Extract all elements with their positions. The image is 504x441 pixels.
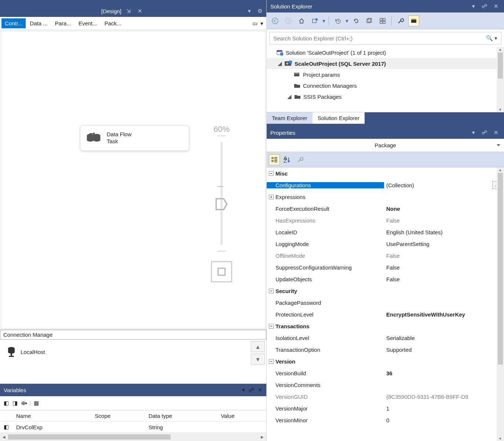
- col-value[interactable]: Value: [217, 411, 266, 422]
- prop-forceexecutionresult[interactable]: ForceExecutionResultNone: [267, 203, 504, 214]
- property-pages-button[interactable]: [295, 154, 306, 165]
- pin-icon[interactable]: ⇲: [124, 8, 133, 14]
- connection-localhost[interactable]: LocalHost: [7, 346, 45, 357]
- show-all-button[interactable]: [377, 15, 388, 26]
- gear-icon[interactable]: ⚙: [256, 8, 264, 14]
- prop-versioncomments[interactable]: VersionComments: [267, 379, 504, 391]
- collapse-icon[interactable]: −: [269, 289, 274, 293]
- prop-configurations[interactable]: Configurations(Collection)…: [267, 179, 504, 191]
- tab-control-flow[interactable]: Contr...: [1, 18, 26, 28]
- prop-packagepassword[interactable]: PackagePassword: [267, 297, 504, 308]
- prop-localeid[interactable]: LocaleIDEnglish (United States): [267, 226, 504, 238]
- add-variable-button[interactable]: ◧: [3, 400, 10, 406]
- tree-packages[interactable]: ◢ SSIS Packages: [267, 91, 504, 102]
- grid-options-button[interactable]: ▦: [33, 400, 40, 406]
- se-dropdown-icon[interactable]: ▾: [470, 3, 477, 10]
- prop-updateobjects[interactable]: UpdateObjectsFalse: [267, 273, 504, 285]
- dropdown-icon[interactable]: ▾: [246, 8, 253, 14]
- variables-dropdown-icon[interactable]: ▾: [242, 387, 245, 393]
- scroll-left-icon[interactable]: ◂: [0, 433, 8, 441]
- props-pin-icon[interactable]: ☍: [480, 129, 489, 136]
- prop-versionguid[interactable]: VersionGUID{8C3590DD-9331-47B6-B9FF-D9: [267, 391, 504, 402]
- move-variable-button[interactable]: ⟴: [21, 400, 27, 406]
- props-vscroll[interactable]: ▴▾: [497, 167, 504, 441]
- var-value[interactable]: [217, 422, 266, 433]
- zoom-thumb[interactable]: [215, 198, 228, 210]
- tab-event-handlers[interactable]: Event...: [75, 18, 101, 28]
- search-icon[interactable]: 🔍 ▾: [486, 35, 497, 41]
- prop-transactionoption[interactable]: TransactionOptionSupported: [267, 344, 504, 355]
- svg-rect-29: [289, 61, 292, 64]
- collapse-icon[interactable]: −: [269, 324, 274, 329]
- tab-parameters[interactable]: Para...: [52, 18, 74, 28]
- scroll-right-icon[interactable]: ▸: [258, 433, 266, 441]
- property-object-selector[interactable]: Package: [267, 139, 504, 152]
- category-security[interactable]: −Security: [267, 285, 504, 297]
- home-button[interactable]: [296, 15, 307, 26]
- solution-tree[interactable]: Solution 'ScaleOutProject' (1 of 1 proje…: [267, 47, 504, 112]
- categorize-button[interactable]: [269, 154, 280, 165]
- solution-explorer-search[interactable]: Search Solution Explorer (Ctrl+;) 🔍 ▾: [269, 32, 501, 44]
- variables-close-icon[interactable]: ✕: [258, 387, 263, 393]
- zoom-slider[interactable]: [220, 142, 223, 245]
- tree-params[interactable]: Project.params: [267, 69, 504, 80]
- tab-package-explorer[interactable]: Pack...: [101, 18, 125, 28]
- collapse-icon[interactable]: −: [269, 171, 274, 176]
- preview-button[interactable]: [408, 15, 419, 26]
- collapse-all-button[interactable]: [364, 15, 375, 26]
- variables-title: Variables: [4, 387, 26, 393]
- tab-data-flow[interactable]: Data ...: [26, 18, 51, 28]
- scroll-up-button[interactable]: ▲: [251, 341, 265, 352]
- col-datatype[interactable]: Data type: [145, 411, 217, 422]
- scroll-down-button[interactable]: ▼: [251, 354, 265, 365]
- var-dtype[interactable]: String: [145, 422, 217, 433]
- var-name[interactable]: DrvColExp: [12, 422, 91, 433]
- prop-protectionlevel[interactable]: ProtectionLevelEncryptSensitiveWithUserK…: [267, 308, 504, 320]
- tab-team-explorer[interactable]: Team Explorer: [267, 112, 313, 124]
- package-icon[interactable]: ▭: [252, 20, 258, 27]
- chevron-down-icon[interactable]: ▾: [260, 20, 263, 27]
- prop-versionbuild[interactable]: VersionBuild36: [267, 367, 504, 379]
- prop-hasexpressions[interactable]: HasExpressionsFalse: [267, 214, 504, 226]
- variable-row[interactable]: ◧ DrvColExp String: [0, 422, 266, 433]
- refresh-button[interactable]: [351, 15, 362, 26]
- se-pin-icon[interactable]: ☍: [480, 3, 489, 10]
- variables-hscroll[interactable]: ◂ ▸: [0, 433, 266, 441]
- collapse-icon[interactable]: −: [269, 359, 274, 364]
- design-canvas[interactable]: Data Flow Task 60%: [1, 31, 266, 329]
- col-name[interactable]: Name: [12, 411, 91, 422]
- prop-isolationlevel[interactable]: IsolationLevelSerializable: [267, 332, 504, 344]
- delete-variable-button[interactable]: ◨: [12, 400, 18, 406]
- properties-grid[interactable]: −Misc Configurations(Collection)… +Expre…: [267, 167, 504, 441]
- category-version[interactable]: −Version: [267, 355, 504, 367]
- prop-loggingmode[interactable]: LoggingModeUseParentSetting: [267, 238, 504, 250]
- prop-suppressconfigwarning[interactable]: SuppressConfigurationWarningFalse: [267, 261, 504, 273]
- data-flow-task[interactable]: Data Flow Task: [80, 125, 189, 151]
- props-close-icon[interactable]: ✕: [492, 129, 500, 136]
- prop-versionmajor[interactable]: VersionMajor1: [267, 402, 504, 414]
- history-button[interactable]: [332, 15, 343, 26]
- col-scope[interactable]: Scope: [91, 411, 145, 422]
- sync-button[interactable]: [309, 15, 320, 26]
- tree-vscroll[interactable]: ▴▾: [497, 47, 504, 112]
- tree-project[interactable]: ◢ ScaleOutProject (SQL Server 2017): [267, 58, 504, 69]
- tab-solution-explorer[interactable]: Solution Explorer: [313, 112, 365, 124]
- category-transactions[interactable]: −Transactions: [267, 320, 504, 332]
- tree-solution[interactable]: Solution 'ScaleOutProject' (1 of 1 proje…: [267, 47, 504, 58]
- zoom-fit-button[interactable]: [211, 261, 232, 282]
- props-dropdown-icon[interactable]: ▾: [470, 129, 477, 136]
- forward-button[interactable]: [283, 15, 294, 26]
- tree-connections[interactable]: Connection Managers: [267, 80, 504, 91]
- back-button[interactable]: [270, 15, 281, 26]
- properties-button[interactable]: [395, 15, 406, 26]
- prop-versionminor[interactable]: VersionMinor0: [267, 414, 504, 426]
- prop-offlinemode[interactable]: OfflineModeFalse: [267, 250, 504, 261]
- folder-icon: [294, 94, 301, 100]
- var-scope[interactable]: [91, 422, 145, 433]
- variables-pin-icon[interactable]: ☍: [249, 387, 254, 393]
- se-close-icon[interactable]: ✕: [492, 3, 500, 10]
- prop-expressions[interactable]: +Expressions: [267, 191, 504, 203]
- alphabetical-button[interactable]: AZ: [282, 154, 293, 165]
- category-misc[interactable]: −Misc: [267, 167, 504, 179]
- close-icon[interactable]: ✕: [136, 8, 144, 14]
